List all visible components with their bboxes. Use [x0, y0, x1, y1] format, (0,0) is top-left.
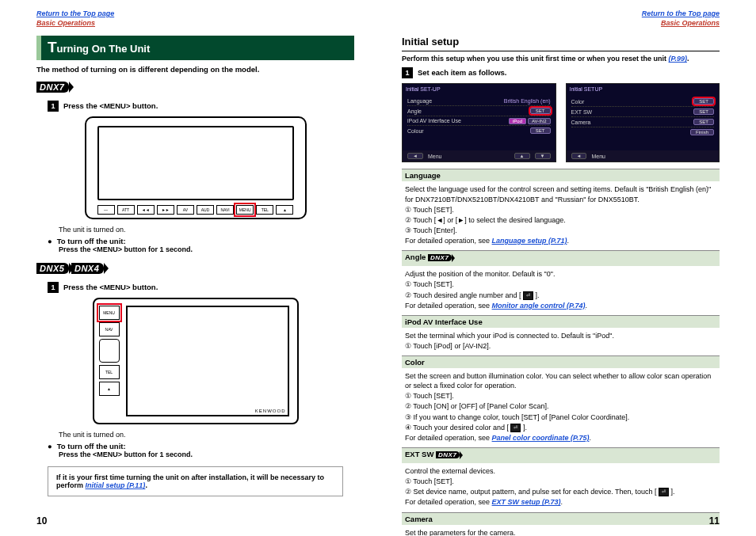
hw-btn: AV — [177, 205, 194, 215]
link-extsw-setup[interactable]: EXT SW setup (P.73) — [492, 498, 561, 506]
subsection-ipod: iPod AV Interface Use — [402, 315, 720, 328]
link-panel-color[interactable]: Panel color coordinate (P.75) — [492, 434, 590, 442]
intro-text: The method of turning on is different de… — [36, 65, 354, 74]
return-icon: ⏎ — [659, 488, 669, 496]
subsection-color: Color — [402, 355, 720, 368]
brand-label: KENWOOD — [255, 409, 286, 413]
subsection-angle: Angle DNX7 — [402, 250, 720, 266]
device-illustration-dnx7: — ATT ◄◄ ►► AV AUD NAVI MENU TEL ▲ — [85, 116, 307, 219]
section-title-turning-on: Turning On The Unit — [36, 36, 354, 60]
device-illustration-dnx54: MENU NAV TEL ▲ KENWOOD — [93, 298, 299, 424]
hw-btn-menu: MENU — [236, 205, 254, 215]
set-button: SET — [530, 127, 551, 134]
model-badge-dnx5: DNX5 — [36, 263, 69, 274]
back-icon: ◄ — [571, 153, 587, 159]
hw-btn: NAVI — [216, 205, 234, 215]
return-icon: ⏎ — [510, 424, 521, 432]
hw-knob — [99, 339, 120, 363]
step-number-icon: 1 — [48, 282, 59, 293]
step-dnx54-1: 1 Press the <MENU> button. — [48, 282, 354, 293]
hw-btn-menu: MENU — [99, 306, 120, 320]
unit-on-note: The unit is turned on. — [59, 226, 354, 234]
return-icon: ⏎ — [523, 291, 533, 300]
turn-off-text-2: Press the <MENU> button for 1 second. — [59, 450, 354, 458]
hw-btn: ATT — [117, 205, 135, 215]
turn-off-text: Press the <MENU> button for 1 second. — [59, 245, 354, 253]
hw-btn: ▲ — [276, 205, 293, 215]
initial-setup-note: If it is your first time turning the uni… — [48, 466, 343, 496]
set-button: SET — [530, 108, 551, 114]
page-number: 10 — [36, 515, 47, 526]
link-language-setup[interactable]: Language setup (P.71) — [492, 237, 567, 245]
link-return-top[interactable]: Return to the Top page — [36, 10, 114, 17]
link-basic-operations[interactable]: Basic Operations — [661, 19, 720, 27]
hw-btn: NAV — [99, 322, 120, 336]
subsection-camera: Camera — [402, 512, 720, 525]
hw-btn: ►► — [157, 205, 174, 215]
setup-screenshots: Initial SET-UP LanguageBritish English (… — [402, 83, 720, 162]
hw-btn: ▲ — [99, 382, 120, 396]
turn-off-heading: ●To turn off the unit: — [48, 237, 354, 245]
unit-on-note-2: The unit is turned on. — [59, 431, 354, 439]
dnx7-button-row: — ATT ◄◄ ►► AV AUD NAVI MENU TEL ▲ — [97, 205, 294, 215]
hw-btn: AUD — [197, 205, 214, 215]
page-spread: Return to the Top page Basic Operations … — [0, 0, 756, 536]
finish-button: Finish — [690, 129, 714, 135]
screenshot-initial-setup-1: Initial SET-UP LanguageBritish English (… — [402, 83, 556, 162]
setup-intro: Perform this setup when you use this uni… — [402, 55, 720, 63]
subsection-extsw: EXT SW DNX7 — [402, 447, 720, 463]
page-right: Return to the Top page Basic Operations … — [378, 0, 756, 536]
screenshot-initial-setup-2: Initial SETUP ColorSET EXT SWSET CameraS… — [566, 83, 720, 162]
subsection-language: Language — [402, 169, 720, 181]
down-icon: ▼ — [535, 153, 551, 159]
link-p99[interactable]: (P.99) — [669, 55, 687, 63]
section-title-initial-setup: Initial setup — [402, 36, 720, 48]
hw-btn: TEL — [99, 365, 120, 379]
hw-btn: TEL — [256, 205, 273, 215]
hw-btn: ◄◄ — [137, 205, 155, 215]
hw-btn: — — [97, 205, 115, 215]
page-number: 11 — [709, 515, 720, 526]
back-icon: ◄ — [407, 153, 423, 159]
up-icon: ▲ — [514, 153, 530, 159]
link-basic-operations[interactable]: Basic Operations — [36, 19, 95, 27]
step-number-icon: 1 — [402, 67, 413, 78]
top-nav-left: Return to the Top page Basic Operations — [36, 10, 354, 28]
page-left: Return to the Top page Basic Operations … — [0, 0, 378, 536]
model-badge-dnx7-small: DNX7 — [436, 451, 460, 458]
model-badge-dnx7: DNX7 — [36, 82, 69, 93]
step-number-icon: 1 — [48, 101, 59, 112]
link-return-top[interactable]: Return to the Top page — [642, 10, 720, 17]
step-dnx7-1: 1 Press the <MENU> button. — [48, 101, 354, 112]
link-initial-setup[interactable]: Initial setup (P.11) — [86, 481, 146, 489]
link-monitor-angle[interactable]: Monitor angle control (P.74) — [492, 302, 586, 310]
model-badge-dnx7-small: DNX7 — [428, 254, 452, 261]
turn-off-heading-2: ●To turn off the unit: — [48, 442, 354, 450]
step-right-1: 1 Set each item as follows. — [402, 67, 720, 78]
top-nav-right: Return to the Top page Basic Operations — [402, 10, 720, 28]
model-badge-dnx4: DNX4 — [71, 263, 104, 274]
